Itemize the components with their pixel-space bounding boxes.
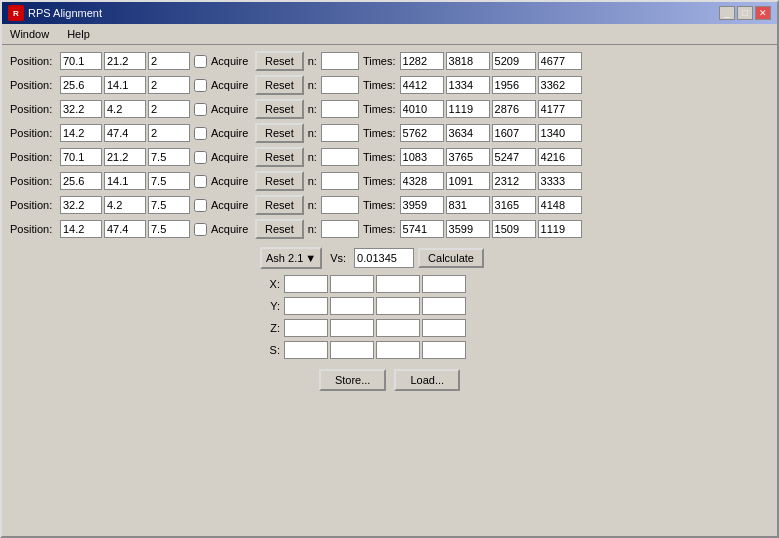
pos1-input-7[interactable] [60,220,102,238]
acquire-checkbox-4[interactable] [194,151,207,164]
load-button[interactable]: Load... [394,369,460,391]
reset-button-7[interactable]: Reset [255,219,304,239]
result-v1-0[interactable] [284,275,328,293]
ash-dropdown[interactable]: Ash 2.1 ▼ [260,247,322,269]
pos1-input-1[interactable] [60,76,102,94]
n-input-5[interactable] [321,172,359,190]
reset-button-3[interactable]: Reset [255,123,304,143]
t2-input-0[interactable] [446,52,490,70]
t3-input-1[interactable] [492,76,536,94]
pos1-input-5[interactable] [60,172,102,190]
n-input-7[interactable] [321,220,359,238]
pos3-input-7[interactable] [148,220,190,238]
t1-input-3[interactable] [400,124,444,142]
result-v2-0[interactable] [330,275,374,293]
t4-input-6[interactable] [538,196,582,214]
menu-help[interactable]: Help [63,26,94,42]
t1-input-1[interactable] [400,76,444,94]
pos2-input-1[interactable] [104,76,146,94]
t4-input-7[interactable] [538,220,582,238]
pos1-input-2[interactable] [60,100,102,118]
result-v2-1[interactable] [330,297,374,315]
result-v3-3[interactable] [376,341,420,359]
pos3-input-4[interactable] [148,148,190,166]
t2-input-5[interactable] [446,172,490,190]
calculate-button[interactable]: Calculate [418,248,484,268]
pos2-input-4[interactable] [104,148,146,166]
t1-input-4[interactable] [400,148,444,166]
result-v2-3[interactable] [330,341,374,359]
store-button[interactable]: Store... [319,369,386,391]
pos2-input-2[interactable] [104,100,146,118]
result-v4-3[interactable] [422,341,466,359]
t2-input-3[interactable] [446,124,490,142]
t3-input-7[interactable] [492,220,536,238]
reset-button-5[interactable]: Reset [255,171,304,191]
t4-input-5[interactable] [538,172,582,190]
t2-input-4[interactable] [446,148,490,166]
t1-input-2[interactable] [400,100,444,118]
acquire-checkbox-5[interactable] [194,175,207,188]
result-v2-2[interactable] [330,319,374,337]
n-input-1[interactable] [321,76,359,94]
reset-button-6[interactable]: Reset [255,195,304,215]
pos3-input-2[interactable] [148,100,190,118]
pos2-input-5[interactable] [104,172,146,190]
pos2-input-3[interactable] [104,124,146,142]
t4-input-2[interactable] [538,100,582,118]
t3-input-5[interactable] [492,172,536,190]
pos2-input-7[interactable] [104,220,146,238]
result-v1-3[interactable] [284,341,328,359]
t3-input-0[interactable] [492,52,536,70]
t2-input-2[interactable] [446,100,490,118]
result-v4-0[interactable] [422,275,466,293]
t2-input-1[interactable] [446,76,490,94]
pos3-input-1[interactable] [148,76,190,94]
maximize-button[interactable]: □ [737,6,753,20]
t1-input-6[interactable] [400,196,444,214]
t4-input-0[interactable] [538,52,582,70]
t1-input-0[interactable] [400,52,444,70]
t2-input-6[interactable] [446,196,490,214]
vs-input[interactable] [354,248,414,268]
n-input-6[interactable] [321,196,359,214]
result-v3-0[interactable] [376,275,420,293]
result-v3-1[interactable] [376,297,420,315]
minimize-button[interactable]: _ [719,6,735,20]
n-input-3[interactable] [321,124,359,142]
pos1-input-0[interactable] [60,52,102,70]
acquire-checkbox-0[interactable] [194,55,207,68]
pos1-input-6[interactable] [60,196,102,214]
close-button[interactable]: ✕ [755,6,771,20]
reset-button-4[interactable]: Reset [255,147,304,167]
pos3-input-6[interactable] [148,196,190,214]
reset-button-1[interactable]: Reset [255,75,304,95]
result-v4-2[interactable] [422,319,466,337]
t2-input-7[interactable] [446,220,490,238]
n-input-0[interactable] [321,52,359,70]
t4-input-1[interactable] [538,76,582,94]
t3-input-3[interactable] [492,124,536,142]
menu-window[interactable]: Window [6,26,53,42]
acquire-checkbox-2[interactable] [194,103,207,116]
reset-button-0[interactable]: Reset [255,51,304,71]
pos2-input-6[interactable] [104,196,146,214]
t3-input-6[interactable] [492,196,536,214]
acquire-checkbox-3[interactable] [194,127,207,140]
result-v3-2[interactable] [376,319,420,337]
t3-input-2[interactable] [492,100,536,118]
pos3-input-3[interactable] [148,124,190,142]
result-v4-1[interactable] [422,297,466,315]
acquire-checkbox-1[interactable] [194,79,207,92]
t1-input-7[interactable] [400,220,444,238]
pos2-input-0[interactable] [104,52,146,70]
t4-input-4[interactable] [538,148,582,166]
acquire-checkbox-6[interactable] [194,199,207,212]
reset-button-2[interactable]: Reset [255,99,304,119]
t3-input-4[interactable] [492,148,536,166]
n-input-4[interactable] [321,148,359,166]
pos1-input-3[interactable] [60,124,102,142]
t1-input-5[interactable] [400,172,444,190]
pos3-input-5[interactable] [148,172,190,190]
n-input-2[interactable] [321,100,359,118]
